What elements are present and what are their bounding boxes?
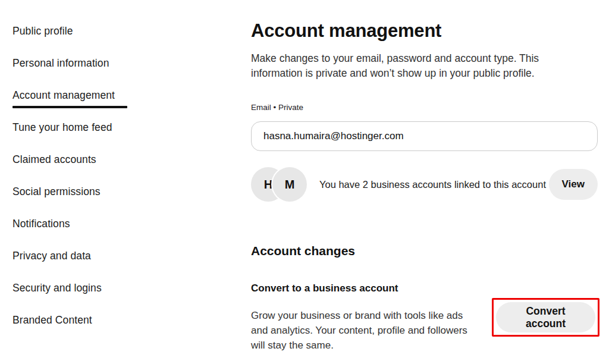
convert-business-title: Convert to a business account	[251, 283, 398, 294]
view-button[interactable]: View	[549, 169, 598, 200]
convert-account-button[interactable]: Convert account	[496, 302, 595, 332]
sidebar-item-notifications[interactable]: Notifications	[12, 218, 70, 230]
linked-accounts-row: H M You have 2 business accounts linked …	[251, 167, 598, 202]
page-description: Make changes to your email, password and…	[251, 51, 579, 81]
page-title: Account management	[251, 20, 441, 42]
convert-business-description: Grow your business or brand with tools l…	[251, 308, 477, 353]
sidebar-item-tune-your-home-feed[interactable]: Tune your home feed	[12, 121, 112, 134]
sidebar-item-claimed-accounts[interactable]: Claimed accounts	[12, 153, 96, 166]
linked-accounts-text: You have 2 business accounts linked to t…	[319, 179, 546, 190]
settings-page: Public profile Personal information Acco…	[0, 0, 609, 364]
sidebar-item-security-and-logins[interactable]: Security and logins	[12, 282, 102, 294]
sidebar-item-public-profile[interactable]: Public profile	[12, 25, 73, 37]
sidebar-item-account-management[interactable]: Account management	[12, 89, 115, 102]
email-field-label: Email • Private	[251, 103, 303, 112]
sidebar-item-label: Account management	[12, 89, 115, 101]
sidebar-item-social-permissions[interactable]: Social permissions	[12, 186, 101, 198]
sidebar-item-branded-content[interactable]: Branded Content	[12, 314, 92, 327]
settings-sidebar: Public profile Personal information Acco…	[12, 25, 227, 346]
email-field[interactable]	[251, 121, 598, 151]
convert-button-highlight-box: Convert account	[492, 298, 599, 337]
sidebar-item-privacy-and-data[interactable]: Privacy and data	[12, 250, 91, 262]
account-changes-heading: Account changes	[251, 244, 355, 258]
business-avatar-m: M	[272, 167, 307, 202]
active-item-underline	[12, 106, 127, 108]
sidebar-item-personal-information[interactable]: Personal information	[12, 57, 109, 70]
